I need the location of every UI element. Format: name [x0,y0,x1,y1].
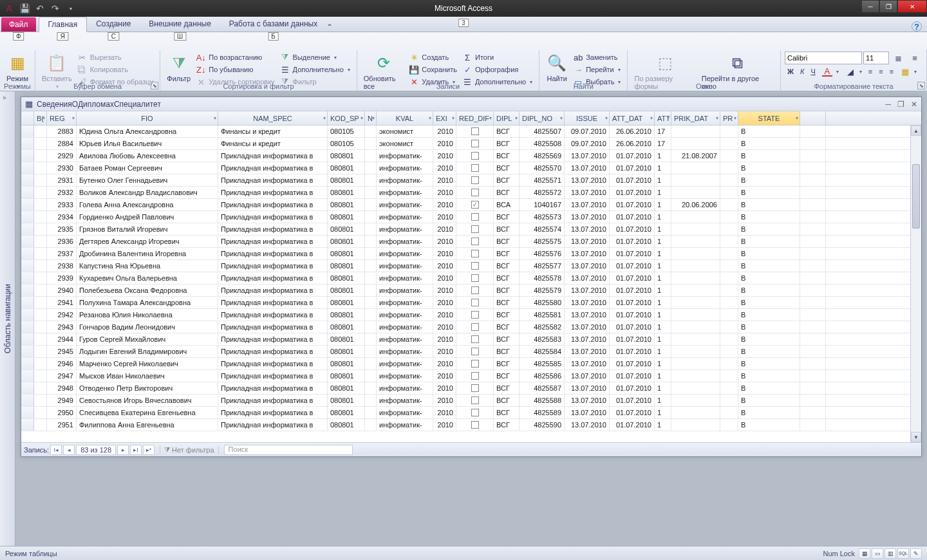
filter-indicator[interactable]: ⧩Нет фильтра [160,445,219,454]
doc-titlebar[interactable]: ▦ СведенияОДипломахСпециалитет ─ ❐ ✕ [21,97,921,111]
design-view-shortcut[interactable]: ✎ [910,548,922,559]
tab-Работа с базами данных[interactable]: Работа с базами данныхБ [220,17,326,32]
table-row[interactable]: 2942Резанова Юлия НиколаевнаПрикладная и… [21,309,921,321]
doc-minimize-icon[interactable]: ─ [885,100,891,109]
checkbox-icon[interactable] [471,250,479,257]
bold-button[interactable]: Ж [785,66,796,77]
row-selector[interactable] [21,162,34,174]
spelling-button[interactable]: ✓Орфография [460,64,535,75]
next-record-button[interactable]: ▸ [117,445,129,455]
table-row[interactable]: 2946Марченко Сергей НиколаевичПрикладная… [21,358,921,370]
text-formatting-launcher[interactable]: ⬊ [917,82,925,89]
tab-Главная[interactable]: ГлавнаяЯ [39,17,88,32]
underline-button[interactable]: Ч [808,66,818,77]
col-att[interactable]: ATT▾ [655,111,671,125]
filter-button[interactable]: ⧩ Фильтр [164,51,193,84]
col-kod-sp[interactable]: KOD_SP▾ [328,111,365,125]
col-n[interactable]: N▾ [365,111,377,125]
close-button[interactable]: ✕ [897,0,927,13]
table-row[interactable]: 2941Полухина Тамара АлександровнаПриклад… [21,297,921,309]
table-row[interactable]: 2931Бутенко Олег ГеннадьевичПрикладная и… [21,174,921,187]
form-view-shortcut[interactable]: ▭ [872,548,883,559]
col-dipl[interactable]: DIPL▾ [494,111,520,125]
row-selector[interactable] [21,260,34,272]
row-selector[interactable] [21,309,34,321]
checkbox-icon[interactable] [471,152,479,160]
checkbox-icon[interactable] [471,384,479,392]
row-selector[interactable] [21,126,34,137]
first-record-button[interactable]: I◂ [50,445,62,455]
selection-filter-button[interactable]: ⧩Выделение [277,51,353,63]
last-record-button[interactable]: ▸I [130,445,142,455]
maximize-button[interactable]: ❐ [879,0,897,13]
new-record-button[interactable]: ✳Создать [406,51,460,63]
doc-close-icon[interactable]: ✕ [911,100,917,109]
col-issue[interactable]: ISSUE▾ [565,111,610,125]
undo-icon[interactable]: ↶2 [33,2,46,15]
nav-expand-icon[interactable]: » [3,94,6,101]
row-selector[interactable] [21,223,34,235]
checkbox-icon[interactable] [471,225,479,233]
select-all-corner[interactable] [21,111,34,125]
table-row[interactable]: 2948Отводенко Петр ВикторовичПрикладная … [21,382,921,395]
redo-icon[interactable]: ↷3 [49,2,62,15]
scroll-up-button[interactable]: ▲ [911,126,921,136]
checkbox-icon[interactable] [471,140,479,147]
checkbox-icon[interactable] [471,311,479,319]
checkbox-icon[interactable]: ✓ [471,201,479,209]
row-selector[interactable] [21,272,34,284]
tab-Внешние данные[interactable]: Внешние данныеШ [140,17,220,32]
checkbox-icon[interactable] [471,421,479,429]
align-left-button[interactable]: ≡ [866,66,875,77]
advanced-filter-button[interactable]: ☰Дополнительно [277,64,353,75]
save-icon[interactable]: 💾1 [18,2,31,15]
col-red-dif[interactable]: RED_DIF▾ [456,111,494,125]
font-name-combo[interactable] [785,51,862,64]
doc-maximize-icon[interactable]: ❐ [897,100,904,109]
col-nam-spec[interactable]: NAM_SPEC▾ [218,111,328,125]
col-fio[interactable]: FIO▾ [77,111,218,125]
col-bc[interactable]: B(▾ [34,111,47,125]
datasheet-view-shortcut[interactable]: ▦ [859,548,870,559]
qat-customize-icon[interactable]: ▾ [64,2,77,15]
checkbox-icon[interactable] [471,176,479,184]
table-row[interactable]: 2883Юдина Ольга АлександровнаФинансы и к… [21,126,921,138]
col-exi[interactable]: EXI▾ [433,111,456,125]
checkbox-icon[interactable] [471,335,479,343]
replace-button[interactable]: abЗаменить [570,51,623,63]
find-button[interactable]: 🔍 Найти [543,51,570,84]
layout-view-shortcut[interactable]: ▥ [885,548,896,559]
row-selector[interactable] [21,285,34,296]
checkbox-icon[interactable] [471,262,479,270]
table-row[interactable]: 2936Дегтярев Александр ИгоревичПрикладна… [21,236,921,248]
sort-asc-button[interactable]: A↓По возрастанию [193,51,277,63]
checkbox-icon[interactable] [471,348,479,355]
row-selector[interactable] [21,358,34,369]
font-size-combo[interactable] [863,51,889,64]
checkbox-icon[interactable] [471,238,479,245]
italic-button[interactable]: К [798,66,807,77]
checkbox-icon[interactable] [471,372,479,380]
help-icon[interactable]: ? [912,21,922,32]
col-pr[interactable]: PR▾ [720,111,738,125]
row-selector[interactable] [21,236,34,247]
row-selector[interactable] [21,370,34,382]
datasheet-body[interactable]: 2883Юдина Ольга АлександровнаФинансы и к… [21,126,921,442]
record-search-box[interactable]: Поиск [224,445,353,455]
table-row[interactable]: 2933Голева Анна АлександровнаПрикладная … [21,199,921,211]
table-row[interactable]: 2950Спесивцева Екатерина ЕвгеньевнаПрикл… [21,407,921,419]
align-right-button[interactable]: ≡ [887,66,896,77]
row-selector[interactable] [21,174,34,186]
copy-button[interactable]: ⿻Копировать [75,64,156,75]
table-row[interactable]: 2939Кухаревич Ольга ВалерьевнаПрикладная… [21,272,921,285]
file-tab[interactable]: Файл Ф [1,17,36,32]
new-record-nav-button[interactable]: ▸* [143,445,154,455]
table-row[interactable]: 2937Дробинина Валентина ИгоревнаПрикладн… [21,248,921,260]
table-row[interactable]: 2932Воликов Александр ВладиславовичПрикл… [21,187,921,199]
table-row[interactable]: 2944Гуров Сергей МихайловичПрикладная ин… [21,333,921,346]
row-selector[interactable] [21,297,34,308]
row-selector[interactable] [21,333,34,345]
row-selector[interactable] [21,346,34,357]
col-state[interactable]: STATE▾ [738,111,800,125]
col-end[interactable] [800,111,826,125]
